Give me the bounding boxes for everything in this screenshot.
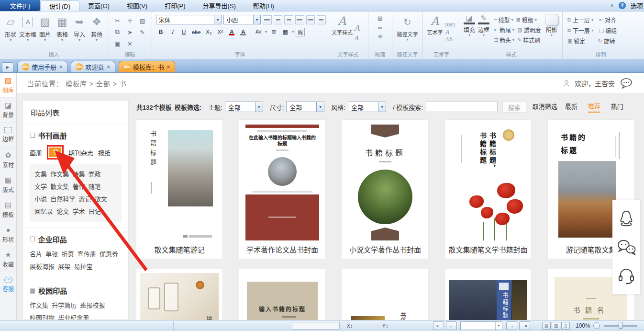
template-card[interactable]: 书籍标题 散文集随笔游记 xyxy=(136,120,222,259)
view-mode-page-button[interactable]: ▯ xyxy=(561,322,570,330)
insert-shapes-button[interactable]: ▱ 形状 ▾ xyxy=(2,14,19,51)
collapse-ribbon-icon[interactable]: ∧ xyxy=(610,2,614,9)
template-card[interactable]: 输入书籍的标题 xyxy=(239,269,325,320)
template-card[interactable]: 书籍标题 小说文学著作丛书封面 xyxy=(342,120,428,259)
view-mode-outline-button[interactable]: ▥ xyxy=(552,322,560,330)
wordart-abc-icon[interactable]: ABC xyxy=(445,23,455,27)
headset-support-icon[interactable] xyxy=(617,266,636,285)
insert-other-button[interactable]: ❖ 其他 ▾ xyxy=(88,14,105,51)
menu-help[interactable]: 帮助(H) xyxy=(244,0,283,11)
theme-select[interactable]: 全部 ▼ xyxy=(225,102,263,112)
arrow-head-button[interactable]: ⇶ 箭头 ▾ xyxy=(494,36,514,44)
subcategory-row[interactable]: 回忆录 论文 学术 日记 xyxy=(34,205,117,218)
align-left-button[interactable] xyxy=(263,15,272,24)
underline-button[interactable]: U xyxy=(179,27,189,36)
highlight-color-button[interactable]: A xyxy=(238,27,248,36)
insert-picture-button[interactable]: ▨ 图片 ▾ xyxy=(36,14,54,51)
zoom-slider-handle[interactable] xyxy=(619,322,623,329)
size-select[interactable]: 全部 ▼ xyxy=(286,102,324,112)
template-search-input[interactable] xyxy=(426,102,498,112)
columns-button[interactable]: ▦ xyxy=(280,27,290,36)
path-text-button[interactable]: ↻ 路径文字 ▾ xyxy=(394,14,421,42)
char-spacing-button[interactable]: AV xyxy=(254,27,263,36)
tab-welcome[interactable]: DPS 欢迎页 ✕ xyxy=(71,61,115,72)
template-card[interactable]: 书籍标题 xyxy=(445,269,531,320)
message-bubble-icon[interactable] xyxy=(619,78,633,89)
align-center-button[interactable] xyxy=(274,15,283,24)
style-select[interactable]: 全部 ▼ xyxy=(348,102,386,112)
send-backward-button[interactable]: ⧉ 下一层 ▾ xyxy=(567,26,593,34)
sidebar-item-layout[interactable]: ▦ 版式 xyxy=(0,172,16,197)
delete-icon[interactable]: ✕ xyxy=(124,38,136,49)
sort-newest[interactable]: 最新 xyxy=(565,102,577,112)
template-card[interactable]: 书籍标题，书籍标题 散文集随笔文学书籍封面 xyxy=(445,120,531,259)
subcategory-row[interactable]: 名片 单张 折页 宣传册 优惠券 xyxy=(30,248,122,261)
next-page-button[interactable]: → xyxy=(506,321,517,330)
line-spacing-button[interactable]: ≣ xyxy=(269,27,278,36)
template-card[interactable]: 在此输入书籍的标题输入书籍的标题 学术著作论文丛书封面 xyxy=(239,120,325,259)
zoom-out-button[interactable]: − xyxy=(593,322,600,329)
options-button[interactable]: 选项 xyxy=(631,1,643,10)
sidebar-item-border[interactable]: 边框 xyxy=(0,123,16,148)
qq-contact-icon[interactable] xyxy=(617,209,635,228)
menu-design[interactable]: 设计(D) xyxy=(40,0,79,11)
paste-icon[interactable]: ▣ xyxy=(111,38,124,49)
subcategory-row[interactable]: 文集 作文集 诗集 党政 xyxy=(34,168,117,181)
link-album[interactable]: 画册 xyxy=(30,148,42,157)
text-direction-button[interactable] xyxy=(317,15,326,24)
sort-hot[interactable]: 热门 xyxy=(611,102,623,112)
wordart-ab-icon[interactable]: Ab xyxy=(445,37,455,42)
link-book-selected[interactable]: 书 xyxy=(49,148,61,157)
clear-style-icon[interactable]: A xyxy=(354,35,360,41)
line-weight-button[interactable]: ≣ 粗细 ▾ xyxy=(516,16,536,24)
view-mode-normal-button[interactable]: ▤ xyxy=(542,322,551,330)
menu-view[interactable]: 视图(V) xyxy=(118,0,156,11)
bring-forward-button[interactable]: ⧉ 上一层 ▾ xyxy=(567,16,593,24)
sidebar-item-background[interactable]: ◪ 背景 xyxy=(0,98,16,123)
hand-tool-icon[interactable]: ✛ xyxy=(124,15,136,26)
text-wrap-icon[interactable]: ⊠ xyxy=(378,15,383,22)
sort-recommended[interactable]: 推荐 xyxy=(588,101,600,113)
lock-button[interactable]: ▣ 锁定 xyxy=(567,37,585,45)
subcategory-row[interactable]: 展板海报 展架 易拉宝 xyxy=(30,261,122,273)
format-brush-icon[interactable]: ✎ xyxy=(136,26,149,38)
superscript-button[interactable]: X² xyxy=(215,27,225,36)
font-size-combo[interactable]: 小四 ▼ xyxy=(223,15,261,24)
menu-file[interactable]: 文件(F) xyxy=(0,0,40,11)
subcategory-row[interactable]: 小说 自然科学 游记 散文 xyxy=(34,193,117,205)
align-distribute-button[interactable] xyxy=(306,15,315,24)
menu-page[interactable]: 页面(G) xyxy=(79,0,118,11)
tab-list-button[interactable]: ▶ xyxy=(2,62,13,72)
strikethrough-button[interactable]: abe xyxy=(190,27,202,36)
insert-textbox-button[interactable]: A 文本框 ▾ xyxy=(19,14,36,51)
template-card[interactable]: 书籍标 xyxy=(342,269,428,320)
wordart-button[interactable]: A 艺术字 xyxy=(425,14,445,51)
previous-page-button[interactable]: ← xyxy=(446,321,457,330)
font-color-button[interactable]: A xyxy=(227,27,236,36)
link-periodical[interactable]: 期刊杂志 xyxy=(68,148,93,157)
cancel-filter-button[interactable]: 取消筛选 xyxy=(533,102,557,112)
wechat-contact-icon[interactable] xyxy=(616,239,637,256)
bold-button[interactable]: B xyxy=(156,27,166,36)
copy-icon[interactable]: ⧉ xyxy=(111,26,124,38)
align-objects-button[interactable]: ⇤ 对齐 xyxy=(599,16,616,24)
close-icon[interactable]: ✕ xyxy=(106,64,110,69)
insert-import-button[interactable]: ➥ 导入 ▾ xyxy=(71,14,88,51)
border-button[interactable]: ✎ 边框 ▾ xyxy=(477,14,491,51)
remove-link-icon[interactable]: ✳ xyxy=(378,33,383,40)
sidebar-item-gallery[interactable]: ▨ 图库 xyxy=(0,73,16,98)
menu-share-export[interactable]: 分享导出(S) xyxy=(194,0,244,11)
rotate-button[interactable]: ↻ 旋转 xyxy=(598,37,615,45)
shadow-button[interactable]: 阴影 ▾ xyxy=(543,14,560,51)
align-justify-button[interactable] xyxy=(295,15,304,24)
select-cursor-icon[interactable]: ➤ xyxy=(124,26,136,38)
sidebar-item-favorites[interactable]: ★ 收藏 xyxy=(0,247,16,272)
subcategory-row[interactable]: 文学 散文集 著作 随笔 xyxy=(34,181,117,193)
sidebar-item-template[interactable]: ▤ 模板 xyxy=(0,197,16,222)
search-button[interactable]: 搜索 xyxy=(502,101,526,113)
tab-user-manual[interactable]: DPS 使用手册 ✕ xyxy=(17,61,67,72)
close-icon[interactable]: ✕ xyxy=(59,64,63,69)
hyperlink-icon[interactable]: ∞ xyxy=(378,24,382,31)
cut-icon[interactable]: ✂ xyxy=(111,15,124,26)
subcategory-row[interactable]: 作文集 升学简历 班报校报 xyxy=(30,299,122,312)
